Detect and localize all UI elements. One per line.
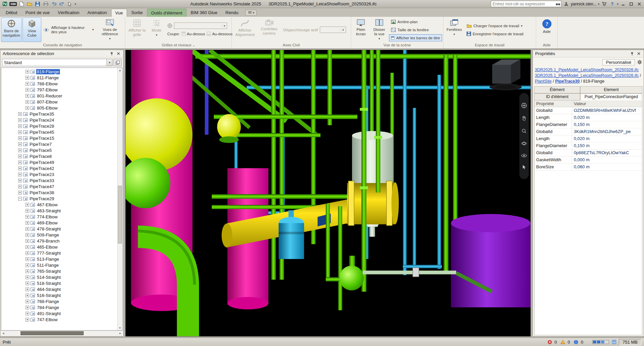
property-row[interactable]: GasketWidth0,000 m — [534, 157, 642, 164]
expand-toggle-icon[interactable]: + — [26, 227, 29, 231]
expand-toggle-icon[interactable]: + — [26, 257, 29, 261]
tree-item[interactable]: +479-Branch — [1, 238, 117, 244]
tree-item[interactable]: +819-Flange — [1, 69, 117, 75]
tree-item[interactable]: +518-Straight — [1, 280, 117, 286]
tree-item[interactable]: +PipeTrace49 — [1, 159, 117, 165]
expand-toggle-icon[interactable]: + — [18, 185, 22, 188]
tree-item-label[interactable]: 819-Flange — [36, 69, 60, 74]
tree-item[interactable]: +805-Elbow — [1, 105, 117, 111]
orbit-icon[interactable] — [521, 141, 527, 146]
camera-controls-button[interactable]: Contrôles caméra — [258, 17, 281, 42]
expand-toggle-icon[interactable]: + — [26, 94, 29, 98]
expand-toggle-icon[interactable]: + — [26, 294, 29, 297]
ribbon-display-toggle[interactable]: ▾ — [245, 10, 257, 16]
tree-item[interactable]: +768-Flange — [1, 298, 117, 304]
tree-item-label[interactable]: 801-Reducer — [36, 93, 63, 98]
new-document-icon[interactable] — [18, 1, 25, 7]
tree-item[interactable]: +465-Elbow — [1, 244, 117, 250]
tree-item[interactable]: +516-Straight — [1, 292, 117, 298]
user-name[interactable]: yannick.sten... — [571, 2, 597, 6]
tree-item-label[interactable]: 464-Straight — [36, 287, 61, 292]
expand-toggle-icon[interactable]: + — [26, 203, 29, 207]
view-cube-button[interactable]: View Cube — [23, 17, 41, 42]
expand-toggle-icon[interactable]: + — [18, 112, 22, 116]
tree-item-label[interactable]: PipeTrace35 — [29, 112, 55, 117]
tree-item[interactable]: +797-Elbow — [1, 87, 117, 93]
expand-toggle-icon[interactable]: + — [26, 288, 29, 291]
tree-item-label[interactable]: PipeTrace24 — [29, 118, 55, 123]
tree-item-label[interactable]: 774-Elbow — [36, 214, 58, 219]
expand-toggle-icon[interactable]: + — [26, 306, 29, 309]
tree-item[interactable]: +PipeTrace45 — [1, 129, 117, 135]
breadcrumb-file-link[interactable]: 3DR2025.1_PipeModel_LeicaShowRoom_202503… — [535, 73, 639, 78]
warnings-icon[interactable] — [560, 339, 566, 345]
close-button[interactable] — [636, 1, 643, 7]
pin-icon[interactable] — [109, 51, 114, 56]
expand-toggle-icon[interactable]: + — [26, 312, 29, 315]
steering-wheel-icon[interactable] — [521, 102, 527, 109]
app-icon[interactable] — [1, 1, 8, 7]
expand-toggle-icon[interactable]: + — [26, 100, 29, 104]
expand-toggle-icon[interactable]: + — [26, 215, 29, 219]
tree-item[interactable]: +801-Reducer — [1, 93, 117, 99]
expand-toggle-icon[interactable]: + — [18, 173, 22, 176]
quick-access-chevron-icon[interactable]: ▾ — [75, 2, 76, 6]
grid-mode-button[interactable]: Mode ▾ — [148, 17, 165, 42]
expand-toggle-icon[interactable]: + — [18, 179, 22, 182]
tree-item[interactable]: +PipeTrace38 — [1, 189, 117, 196]
pointer-cursor-icon[interactable] — [522, 165, 526, 170]
tree-item-label[interactable]: 518-Straight — [36, 281, 61, 286]
tree-item-label[interactable]: 777-Straight — [36, 251, 61, 256]
tree-item[interactable]: +PipeTrace23 — [1, 171, 117, 177]
tree-item[interactable]: +811-Flange — [1, 75, 117, 81]
column-header-valeur[interactable]: Valeur — [572, 100, 642, 107]
tab-element-en[interactable]: Element — [580, 86, 642, 93]
tree-item-label[interactable]: 747-Elbow — [36, 317, 58, 322]
property-row[interactable]: FlangeDiameter0,150 m — [534, 121, 642, 128]
background-button[interactable]: Arrière-plan — [389, 18, 442, 25]
show-grid-button[interactable]: Afficher la grille — [126, 17, 148, 42]
close-panel-icon[interactable] — [636, 51, 641, 56]
show-alignment-button[interactable]: Afficher Alignement — [233, 17, 257, 42]
binoculars-icon[interactable] — [555, 1, 561, 7]
tree-item-label[interactable]: 807-Elbow — [36, 99, 58, 104]
group-expand-icon[interactable]: ⌄ — [192, 44, 195, 47]
tree-item[interactable]: +PipeTrace47 — [1, 183, 117, 189]
tree-item-label[interactable]: 768-Flange — [36, 299, 60, 304]
cart-icon[interactable] — [601, 1, 607, 7]
maximize-button[interactable] — [628, 1, 635, 7]
expand-toggle-icon[interactable]: + — [26, 76, 29, 80]
expand-toggle-icon[interactable]: + — [26, 282, 29, 285]
tree-item[interactable]: +464-Straight — [1, 286, 117, 292]
expand-toggle-icon[interactable]: + — [26, 269, 29, 273]
look-around-icon[interactable] — [521, 154, 527, 158]
save-workspace-button[interactable]: Enregistrer l'espace de travail — [465, 30, 532, 37]
tree-item[interactable]: +469-Elbow — [1, 220, 117, 226]
tree-item-label[interactable]: 797-Elbow — [36, 87, 58, 92]
expand-toggle-icon[interactable]: + — [18, 167, 22, 170]
tree-item-label[interactable]: PipeTrace49 — [29, 160, 55, 165]
expand-toggle-icon[interactable]: + — [26, 245, 29, 249]
tree-item-label[interactable]: PipeTrace38 — [29, 190, 55, 195]
expand-toggle-icon[interactable]: + — [18, 124, 22, 128]
open-folder-icon[interactable] — [26, 1, 33, 7]
info-icon[interactable] — [573, 339, 579, 345]
tree-item[interactable]: +PipeTrace35 — [1, 111, 117, 117]
section-above-button[interactable]: Au-dessus — [181, 32, 205, 36]
tree-options-button[interactable] — [114, 59, 122, 66]
tree-item-label[interactable]: 465-Elbow — [36, 245, 58, 250]
gear-icon[interactable] — [637, 59, 642, 65]
tree-item[interactable]: +765-Straight — [1, 268, 117, 274]
tree-item[interactable]: +PipeTrace24 — [1, 117, 117, 123]
pin-icon[interactable] — [629, 51, 635, 56]
tree-item[interactable]: +747-Elbow — [1, 316, 117, 322]
tree-item-label[interactable]: 811-Flange — [36, 75, 59, 80]
view-cube[interactable] — [487, 57, 525, 91]
split-view-button[interactable]: Diviser la vue ▾ — [370, 17, 388, 42]
help-icon[interactable]: ? — [609, 1, 615, 7]
tree-item-label[interactable]: 514-Straight — [36, 275, 61, 280]
print-icon[interactable] — [42, 1, 49, 7]
tab-vue[interactable]: Vue — [111, 9, 127, 17]
breadcrumb-plantsite-link[interactable]: PlantSite — [535, 79, 552, 84]
user-chevron-icon[interactable]: ▾ — [598, 2, 600, 6]
